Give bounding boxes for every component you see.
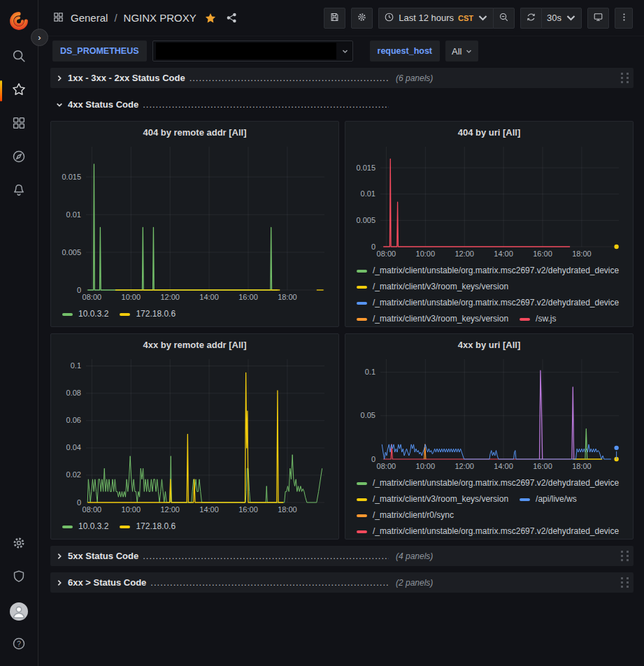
legend-item[interactable]: /_matrix/client/unstable/org.matrix.msc2… xyxy=(357,523,619,540)
timezone-label: CST xyxy=(458,14,473,22)
legend-item[interactable]: 172.18.0.6 xyxy=(120,519,176,535)
legend-label: 172.18.0.6 xyxy=(136,306,176,322)
legend-item[interactable]: /_matrix/client/unstable/org.matrix.msc2… xyxy=(357,295,619,311)
variables-row: DS_PROMETHEUS request_host All xyxy=(38,36,644,66)
save-dashboard-button[interactable] xyxy=(324,8,345,29)
svg-text:16:00: 16:00 xyxy=(238,505,258,514)
svg-text:12:00: 12:00 xyxy=(455,249,474,258)
legend-item[interactable]: /_matrix/client/v3/room_keys/version xyxy=(357,311,508,327)
sidebar-item-search[interactable] xyxy=(0,41,38,74)
legend-item[interactable]: /_matrix/client/v3/room_keys/version xyxy=(357,279,508,295)
panel-title[interactable]: 4xx by uri [All] xyxy=(351,338,627,354)
svg-text:12:00: 12:00 xyxy=(455,462,474,470)
sidebar-expand-button[interactable]: › xyxy=(31,29,48,46)
sidebar-item-dashboards[interactable] xyxy=(0,108,38,141)
svg-text:08:00: 08:00 xyxy=(83,293,102,301)
svg-text:0.015: 0.015 xyxy=(62,173,81,181)
sidebar-item-starred[interactable] xyxy=(0,74,38,108)
series-line xyxy=(87,164,278,290)
save-icon xyxy=(329,12,340,24)
legend-swatch xyxy=(357,514,367,517)
breadcrumb-section[interactable]: General xyxy=(71,12,108,24)
gear-icon xyxy=(11,535,27,553)
more-options-button[interactable] xyxy=(615,8,633,29)
sidebar-item-help[interactable]: ? xyxy=(0,628,38,662)
svg-text:0: 0 xyxy=(77,498,81,507)
legend-item[interactable]: 10.0.3.2 xyxy=(62,519,108,535)
row-drag-handle[interactable] xyxy=(621,577,629,588)
svg-text:08:00: 08:00 xyxy=(83,505,102,514)
favorite-star-button[interactable] xyxy=(203,10,218,26)
series-point xyxy=(614,446,618,450)
series-line xyxy=(383,159,570,247)
time-range-label: Last 12 hours xyxy=(399,13,454,23)
refresh-button[interactable] xyxy=(520,8,541,29)
monitor-icon xyxy=(593,12,603,24)
sidebar: ? › xyxy=(0,0,38,666)
svg-text:0.005: 0.005 xyxy=(62,248,81,256)
magnifier-minus-icon xyxy=(499,12,509,24)
legend-label: /_matrix/client/unstable/org.matrix.msc2… xyxy=(373,263,619,279)
row-header-6xx[interactable]: 6xx > Status Code ......................… xyxy=(50,572,634,593)
svg-text:16:00: 16:00 xyxy=(533,462,552,470)
row-drag-handle[interactable] xyxy=(621,551,629,561)
zoom-out-button[interactable] xyxy=(493,8,515,29)
row-title: 5xx Status Code xyxy=(68,551,138,561)
panel-title[interactable]: 4xx by remote addr [All] xyxy=(57,338,333,354)
chevron-down-icon xyxy=(342,48,348,55)
svg-text:14:00: 14:00 xyxy=(199,293,219,301)
sidebar-item-configuration[interactable] xyxy=(0,528,38,561)
sidebar-item-explore[interactable] xyxy=(0,141,38,175)
legend-swatch xyxy=(120,313,130,316)
sidebar-item-profile[interactable] xyxy=(0,595,38,628)
variable-request-host-dropdown[interactable]: All xyxy=(445,41,478,61)
legend-item[interactable]: /_matrix/client/r0/sync xyxy=(357,507,454,523)
compass-icon xyxy=(11,149,27,167)
row-title: 1xx - 3xx - 2xx Status Code xyxy=(68,73,185,83)
row-header-4xx[interactable]: 4xx Status Code ........................… xyxy=(50,94,634,115)
sidebar-item-server-admin[interactable] xyxy=(0,561,38,595)
variable-ds-prometheus-dropdown[interactable] xyxy=(152,41,353,61)
panel-title[interactable]: 404 by remote addr [All] xyxy=(57,125,333,142)
row-drag-handle[interactable] xyxy=(621,73,629,83)
series-line xyxy=(382,444,611,459)
legend-item[interactable]: /_matrix/client/unstable/org.matrix.msc2… xyxy=(357,475,619,491)
row-header-1xx-3xx-2xx[interactable]: 1xx - 3xx - 2xx Status Code ............… xyxy=(50,68,634,88)
sidebar-item-alerting[interactable] xyxy=(0,175,38,208)
dashboard-settings-button[interactable] xyxy=(351,8,373,29)
time-range-picker[interactable]: Last 12 hours CST xyxy=(378,8,493,29)
panel-4xx-by-remote-addr: 4xx by remote addr [All] 08:0010:0012:00… xyxy=(50,333,339,540)
legend-item[interactable]: 172.18.0.6 xyxy=(120,306,176,322)
shield-icon xyxy=(11,569,27,587)
refresh-interval-picker[interactable]: 30s xyxy=(541,8,582,29)
legend-item[interactable]: 10.0.3.2 xyxy=(62,306,108,322)
legend-item[interactable]: /sw.js xyxy=(520,311,556,327)
row-leader-dots: ........................................… xyxy=(150,577,389,588)
row-leader-dots: ........................................… xyxy=(143,99,389,110)
legend-label: /_matrix/client/unstable/org.matrix.msc2… xyxy=(373,523,619,540)
legend-swatch xyxy=(357,482,367,485)
avatar xyxy=(10,602,28,621)
svg-text:?: ? xyxy=(17,640,21,648)
legend-item[interactable]: /_matrix/client/v3/room_keys/version xyxy=(357,491,508,507)
legend-item[interactable]: /api/live/ws xyxy=(520,491,577,507)
svg-text:0.005: 0.005 xyxy=(356,216,375,224)
panel-title[interactable]: 404 by uri [All] xyxy=(351,125,627,142)
bell-icon xyxy=(11,182,27,201)
legend-label: 10.0.3.2 xyxy=(78,519,108,535)
svg-text:14:00: 14:00 xyxy=(494,249,513,258)
share-button[interactable] xyxy=(224,10,239,25)
chart-canvas: 08:0010:0012:0014:0016:0018:0000.050.1 xyxy=(351,354,627,473)
tv-mode-button[interactable] xyxy=(587,8,609,29)
series-line xyxy=(87,373,283,502)
dashboard-content: 1xx - 3xx - 2xx Status Code ............… xyxy=(38,66,644,666)
chart-canvas: 08:0010:0012:0014:0016:0018:0000.0050.01… xyxy=(351,142,627,261)
legend-swatch xyxy=(357,270,367,273)
legend-swatch xyxy=(520,498,530,501)
legend-item[interactable]: /_matrix/client/unstable/org.matrix.msc2… xyxy=(357,263,619,279)
panel-legend: 10.0.3.2172.18.0.6 xyxy=(57,519,333,535)
row-header-5xx[interactable]: 5xx Status Code ........................… xyxy=(50,546,634,566)
svg-text:0: 0 xyxy=(371,455,375,463)
series-line xyxy=(540,370,543,459)
legend-swatch xyxy=(357,318,367,321)
